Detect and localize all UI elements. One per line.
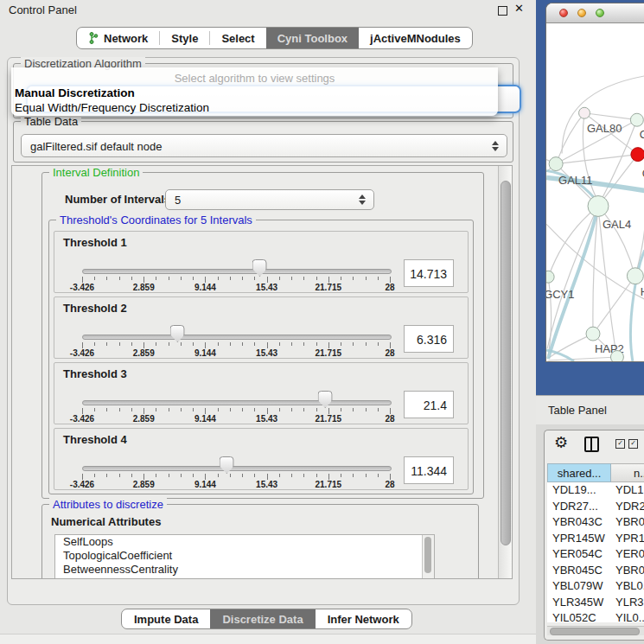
panel-scrollbar[interactable] xyxy=(498,166,512,578)
network-node-h[interactable] xyxy=(627,268,643,284)
slider-handle[interactable] xyxy=(318,391,333,408)
tab-discretize-data[interactable]: Discretize Data xyxy=(210,609,315,628)
table-cell[interactable]: YIL052C xyxy=(547,610,611,622)
table-h-scrollbar[interactable] xyxy=(547,626,644,635)
network-node-hap2[interactable] xyxy=(586,327,600,341)
table-rows: YDL19...YDL1...YDR27...YDR2...YBR043CYBR… xyxy=(547,482,644,622)
table-cell[interactable]: YDR2... xyxy=(611,499,644,515)
table-cell[interactable]: YBL079W xyxy=(547,578,611,595)
network-edge[interactable] xyxy=(598,206,634,274)
slider-track[interactable] xyxy=(82,400,392,405)
network-canvas[interactable]: GAL80GCGAL11GAL4GCY1HHAP2 xyxy=(546,23,644,361)
checkbox-icon[interactable]: ✓ xyxy=(615,439,625,449)
network-node-g[interactable] xyxy=(630,113,643,126)
table-cell[interactable]: YBL0... xyxy=(611,578,644,595)
table-row[interactable]: YBL079WYBL0... xyxy=(547,578,644,595)
panel-scrollbar-thumb[interactable] xyxy=(501,181,511,545)
algorithm-option-manual[interactable]: Manual Discretization xyxy=(15,86,135,99)
threshold-value-field[interactable]: 11.344 xyxy=(404,456,454,484)
gear-icon[interactable]: ⚙ xyxy=(554,433,568,452)
slider-tick xyxy=(106,277,107,280)
attribute-list-item[interactable]: TopologicalCoefficient xyxy=(55,549,434,563)
list-scrollbar-thumb[interactable] xyxy=(424,537,431,573)
mac-minimize-button[interactable] xyxy=(577,9,586,17)
table-cell[interactable]: YLR3... xyxy=(611,595,644,611)
mac-zoom-button[interactable] xyxy=(596,9,604,17)
network-edge[interactable] xyxy=(562,76,644,154)
slider-track[interactable] xyxy=(82,466,392,471)
number-of-intervals-spinner[interactable]: 5 xyxy=(165,189,374,210)
tab-select[interactable]: Select xyxy=(210,28,265,48)
slider-handle[interactable] xyxy=(170,325,185,342)
table-cell[interactable]: YBR045C xyxy=(547,563,611,579)
attribute-list-item[interactable]: BetweennessCentrality xyxy=(55,563,434,577)
tab-style[interactable]: Style xyxy=(160,28,209,48)
slider-tick xyxy=(131,474,132,477)
table-cell[interactable]: YER054C xyxy=(547,546,611,563)
table-cell[interactable]: YPR1... xyxy=(611,531,644,547)
algorithm-option-equal-width[interactable]: Equal Width/Frequency Discretization xyxy=(15,101,209,114)
float-window-icon[interactable] xyxy=(498,6,507,16)
attributes-group: Attributes to discretize Numerical Attri… xyxy=(41,504,479,579)
slider-tick xyxy=(94,474,95,477)
threshold-value-field[interactable]: 14.713 xyxy=(404,259,454,287)
slider-tick xyxy=(254,277,255,280)
table-cell[interactable]: YPR145W xyxy=(547,531,611,547)
threshold-panel-4: Threshold 4-3.4262.8599.14415.4321.71528… xyxy=(54,428,469,490)
network-node-gal80[interactable] xyxy=(579,107,590,118)
split-view-icon[interactable] xyxy=(584,437,599,452)
table-row[interactable]: YLR345WYLR3... xyxy=(547,595,644,611)
tab-impute-data[interactable]: Impute Data xyxy=(122,609,210,628)
table-row[interactable]: YER054CYER0... xyxy=(547,546,644,563)
network-node-gal11[interactable] xyxy=(549,157,563,171)
network-edge[interactable] xyxy=(556,155,638,164)
table-cell[interactable]: YDL19... xyxy=(547,482,611,499)
network-edge[interactable] xyxy=(593,276,635,334)
slider-tick xyxy=(316,474,317,477)
column-header-name[interactable]: n... xyxy=(611,463,644,482)
table-row[interactable]: YDR27...YDR2... xyxy=(547,499,644,515)
network-edge[interactable] xyxy=(548,357,617,360)
table-cell[interactable]: YBR0... xyxy=(611,563,644,579)
network-node-c[interactable] xyxy=(631,148,644,162)
checkbox-icon[interactable]: ✓ xyxy=(628,439,638,449)
network-node-gcy1[interactable] xyxy=(546,271,554,283)
tab-network[interactable]: Network xyxy=(77,28,159,48)
table-data-combobox[interactable]: galFiltered.sif default node xyxy=(21,134,507,157)
table-row[interactable]: YDL19...YDL1... xyxy=(547,482,644,499)
attribute-list-item[interactable]: SelfLoops xyxy=(55,535,434,549)
table-row[interactable]: YBR043CYBR0... xyxy=(547,514,644,531)
column-header-shared-name[interactable]: shared... xyxy=(547,463,611,482)
tab-cyni-toolbox[interactable]: Cyni Toolbox xyxy=(266,28,359,48)
interval-definition-group-title: Interval Definition xyxy=(49,166,143,179)
table-cell[interactable]: YBR0... xyxy=(611,514,644,531)
table-row[interactable]: YIL052CYIL0... xyxy=(547,610,644,622)
slider-track[interactable] xyxy=(82,269,392,274)
slider-handle[interactable] xyxy=(220,456,234,474)
slider-tick xyxy=(303,342,304,346)
table-row[interactable]: YPR145WYPR1... xyxy=(547,531,644,547)
slider-handle[interactable] xyxy=(252,259,267,277)
table-h-scrollbar-thumb[interactable] xyxy=(550,628,640,635)
table-cell[interactable]: YLR345W xyxy=(547,595,611,611)
table-cell[interactable]: YBR043C xyxy=(547,514,611,531)
slider-tick-label: 15.43 xyxy=(256,283,277,292)
table-cell[interactable]: YIL0... xyxy=(611,610,644,622)
table-row[interactable]: YBR045CYBR0... xyxy=(547,563,644,579)
table-panel-titlebar: Table Panel xyxy=(536,395,644,424)
tab-infer-network[interactable]: Infer Network xyxy=(316,609,411,628)
network-window-titlebar[interactable] xyxy=(546,3,644,23)
tab-jactivemnodules[interactable]: jActiveMNodules xyxy=(359,28,472,48)
network-node-gal4[interactable] xyxy=(588,195,609,216)
table-cell[interactable]: YDL1... xyxy=(611,482,644,499)
network-node[interactable] xyxy=(610,351,623,361)
threshold-value-field[interactable]: 6.316 xyxy=(404,325,454,353)
mac-close-button[interactable] xyxy=(559,9,568,17)
threshold-value-field[interactable]: 21.4 xyxy=(404,391,454,418)
list-scrollbar[interactable] xyxy=(422,535,434,579)
close-icon[interactable]: ✕ xyxy=(514,2,524,15)
table-cell[interactable]: YDR27... xyxy=(547,499,611,515)
table-cell[interactable]: YER0... xyxy=(611,546,644,563)
slider-tick-label: 2.859 xyxy=(133,414,155,424)
slider-track[interactable] xyxy=(82,335,392,340)
